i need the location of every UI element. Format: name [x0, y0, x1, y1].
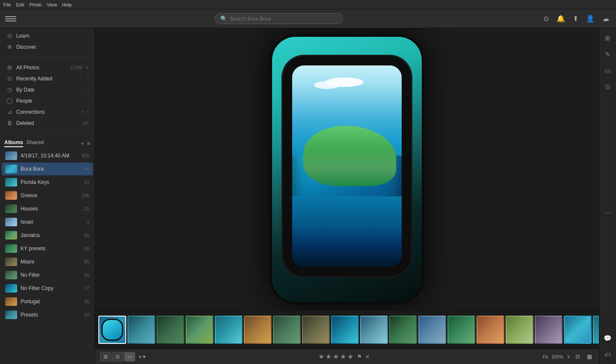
filmstrip-thumb-6[interactable] [244, 316, 272, 344]
info-icon[interactable]: ⊙ [602, 80, 613, 93]
view-single[interactable]: ▭ [124, 352, 135, 361]
sidebar-all-photos-label: All Photos [16, 65, 67, 71]
menubar: File Edit Photo View Help [0, 0, 616, 9]
album-item-houses[interactable]: Houses 21 [2, 202, 93, 215]
album-count-houses: 21 [84, 206, 89, 211]
shared-tab[interactable]: Shared [27, 139, 44, 147]
filmstrip-thumb-2[interactable] [127, 316, 155, 344]
filmstrip-thumb-3[interactable] [157, 316, 184, 344]
view-grid-medium[interactable]: ⊟ [112, 352, 123, 361]
crop-icon[interactable]: ▭ [602, 64, 613, 77]
menu-file[interactable]: File [3, 2, 11, 7]
menu-view[interactable]: View [47, 2, 57, 7]
albums-tab[interactable]: Albums [4, 139, 23, 147]
filmstrip-thumb-8[interactable] [302, 316, 330, 344]
star-1[interactable]: ★ [318, 352, 324, 361]
album-item-miami[interactable]: Miami 85 [2, 255, 93, 268]
album-thumb-no-filter [5, 271, 17, 279]
album-list: 4/19/17, 10:14:40 AM 455 Bora Bora 40 Fl… [0, 149, 95, 322]
album-item-presets[interactable]: Presets 10 [2, 308, 93, 321]
album-item-florida-keys[interactable]: Florida Keys 63 [2, 176, 93, 189]
album-item-jamaica[interactable]: Jamaica 10 [2, 229, 93, 242]
compare-icon[interactable]: ⊟ [574, 352, 582, 361]
sidebar-item-deleted[interactable]: 🗑 Deleted 47 [2, 118, 93, 128]
star-4[interactable]: ★ [340, 352, 346, 361]
sidebar-item-people[interactable]: ◯ People [2, 95, 93, 106]
filmstrip-thumb-10[interactable] [360, 316, 388, 344]
menu-help[interactable]: Help [62, 2, 72, 7]
album-count-miami: 85 [84, 259, 89, 264]
search-input[interactable] [230, 16, 338, 22]
album-item-bora-bora[interactable]: Bora Bora 40 [2, 163, 93, 175]
star-2[interactable]: ★ [326, 352, 332, 361]
filmstrip-thumb-14[interactable] [477, 316, 504, 344]
reject-icon[interactable]: ✕ [365, 353, 370, 360]
sidebar-item-all-photos[interactable]: ⊞ All Photos 2,239 ∨ [2, 62, 93, 73]
flag-icons: ⚑ ✕ [357, 353, 370, 360]
sidebar-item-by-date[interactable]: ◷ By Date ‹ [2, 84, 93, 95]
cloud-icon[interactable]: ☁ [601, 13, 611, 24]
menu-photo[interactable]: Photo [30, 2, 42, 7]
album-item-no-filter[interactable]: No Filter 10 [2, 269, 93, 281]
album-name-no-filter: No Filter [21, 272, 81, 278]
fit-button[interactable]: Fit [543, 354, 548, 359]
album-thumb-greece [5, 191, 17, 200]
filmstrip-thumb-9[interactable] [331, 316, 359, 344]
sidebar-all-photos-count: 2,239 [70, 65, 82, 70]
sidebar-item-recently-added[interactable]: ⊙ Recently Added ‹ [2, 73, 93, 84]
filmstrip-thumb-13[interactable] [447, 316, 475, 344]
filter-icon[interactable]: ⊙ [542, 13, 551, 24]
view-grid-small[interactable]: ⊞ [100, 352, 111, 361]
star-3[interactable]: ★ [333, 352, 339, 361]
filmstrip-thumb-17[interactable] [564, 316, 592, 344]
album-item-ky-presets[interactable]: KY presets 50 [2, 242, 93, 255]
filmstrip-thumb-4[interactable] [186, 316, 213, 344]
filmstrip-thumb-15[interactable] [506, 316, 533, 344]
filmstrip-thumb-1[interactable] [98, 316, 126, 344]
filmstrip-thumb-16[interactable] [535, 316, 563, 344]
menu-edit[interactable]: Edit [16, 2, 24, 7]
adjustments-icon[interactable]: ⊞ [602, 32, 613, 44]
sidebar-item-learn[interactable]: ◎ Learn [2, 30, 93, 41]
filmstrip-thumb-7[interactable] [273, 316, 301, 344]
add-album-button[interactable]: + [81, 140, 84, 147]
more-options-icon[interactable]: ⋯ [604, 209, 611, 217]
filmstrip-icon[interactable]: ▦ [585, 352, 594, 361]
album-count-ky-presets: 50 [84, 246, 89, 251]
sort-icon: ≡ [139, 354, 142, 360]
edit-icon[interactable]: ✎ [602, 48, 613, 61]
account-icon[interactable]: 👤 [584, 13, 596, 24]
notification-icon[interactable]: 🔔 [555, 13, 567, 24]
sort-button[interactable]: ≡ ▾ [139, 354, 145, 360]
flag-icon[interactable]: ⚑ [357, 353, 362, 360]
comment-icon[interactable]: 💬 [601, 332, 614, 345]
album-item-israel[interactable]: Israel 1 [2, 216, 93, 228]
sidebar-item-connections[interactable]: ⊿ Connections + ‹ [2, 107, 93, 117]
discover-icon: ⊕ [6, 44, 13, 50]
star-5[interactable]: ★ [347, 352, 353, 361]
filmstrip-thumb-18[interactable] [593, 316, 599, 344]
filmstrip-thumb-5[interactable] [215, 316, 243, 344]
album-item-no-filter-copy[interactable]: No Filter Copy 17 [2, 282, 93, 295]
album-thumb-presets [5, 311, 17, 319]
album-item-portugal[interactable]: Portugal 30 [2, 295, 93, 308]
search-bar[interactable]: 🔍 [215, 13, 343, 24]
album-item-date[interactable]: 4/19/17, 10:14:40 AM 455 [2, 149, 93, 162]
zoom-stepper[interactable]: ∨ [567, 354, 570, 359]
album-item-greece[interactable]: Greece 196 [2, 189, 93, 202]
share-icon[interactable]: ⬆ [571, 13, 580, 24]
star-rating: ★ ★ ★ ★ ★ [318, 352, 353, 361]
sort-arrow: ▾ [143, 354, 145, 360]
sidebar-toggle-button[interactable] [5, 15, 16, 23]
main-layout: ◎ Learn ⊕ Discover ⊞ All Photos 2,239 ∨ … [0, 28, 616, 364]
sidebar-divider-2 [3, 133, 91, 133]
photo-viewer[interactable] [95, 28, 599, 310]
filmstrip-thumb-12[interactable] [418, 316, 446, 344]
sort-albums-button[interactable]: ≡ [87, 140, 90, 147]
tag-icon[interactable]: 🏷 [602, 348, 613, 361]
sidebar-deleted-count: 47 [83, 121, 89, 126]
connections-add[interactable]: + [81, 109, 84, 114]
album-name-greece: Greece [21, 192, 78, 198]
sidebar-item-discover[interactable]: ⊕ Discover [2, 41, 93, 52]
filmstrip-thumb-11[interactable] [389, 316, 417, 344]
